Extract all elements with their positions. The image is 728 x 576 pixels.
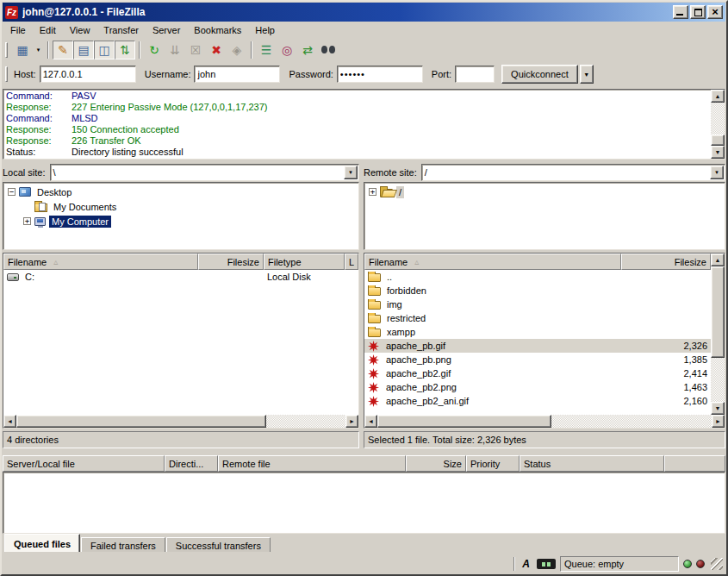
menu-item-server[interactable]: Server — [146, 23, 187, 37]
scroll-thumb[interactable] — [16, 415, 266, 428]
tab-successful-transfers[interactable]: Successful transfers — [166, 537, 271, 552]
scroll-track[interactable] — [711, 103, 725, 146]
column-header-l[interactable]: L — [345, 254, 358, 270]
tree-item-my-documents[interactable]: My Documents — [3, 199, 358, 214]
scroll-down-icon[interactable]: ▼ — [711, 146, 725, 159]
remote-horizontal-scrollbar[interactable]: ◄ ► — [364, 415, 725, 428]
column-header-filetype[interactable]: Filetype — [264, 254, 345, 270]
quickconnect-button[interactable]: Quickconnect — [501, 65, 578, 84]
scroll-up-icon[interactable]: ▲ — [711, 254, 725, 266]
scroll-track[interactable] — [377, 415, 712, 428]
log-scrollbar[interactable]: ▲ ▼ — [711, 90, 725, 159]
scroll-right-icon[interactable]: ► — [345, 415, 358, 428]
tab-queued-files[interactable]: Queued files — [4, 534, 80, 552]
local-directory-tree[interactable]: −DesktopMy Documents+My Computer — [3, 182, 359, 250]
menu-item-edit[interactable]: Edit — [33, 23, 63, 37]
scroll-left-icon[interactable]: ◄ — [3, 415, 16, 428]
data-type-icon[interactable]: A — [520, 558, 532, 570]
remote-tree-toggle-button[interactable]: ◫ — [94, 41, 115, 59]
password-input[interactable] — [337, 66, 423, 83]
refresh-button[interactable]: ↻ — [144, 41, 165, 59]
queue-column-priority[interactable]: Priority — [466, 455, 520, 472]
app-icon[interactable]: Fz — [5, 6, 18, 19]
queue-toggle-button[interactable]: ⇅ — [115, 41, 135, 59]
file-row-forbidden[interactable]: forbidden — [364, 284, 711, 297]
local-site-combobox[interactable]: \ ▼ — [50, 164, 359, 181]
remote-site-combobox[interactable]: / ▼ — [421, 164, 725, 181]
file-row-apache-pb-png[interactable]: apache_pb.png1,385 — [364, 353, 711, 366]
remote-site-dropdown-icon[interactable]: ▼ — [710, 166, 724, 179]
toolbar-grip[interactable] — [5, 42, 8, 58]
tree-item-extra[interactable]: +/ — [364, 185, 725, 199]
column-header-filename[interactable]: Filename▵ — [364, 254, 621, 270]
column-header-filesize[interactable]: Filesize — [198, 254, 264, 270]
scroll-left-icon[interactable]: ◄ — [364, 415, 377, 428]
file-row-apache-pb2-ani-gif[interactable]: apache_pb2_ani.gif2,160 — [364, 394, 711, 408]
local-horizontal-scrollbar[interactable]: ◄ ► — [3, 415, 358, 428]
local-site-dropdown-icon[interactable]: ▼ — [344, 166, 358, 179]
remote-vertical-scrollbar[interactable]: ▲ ▼ — [711, 254, 725, 415]
host-input[interactable] — [40, 66, 136, 83]
tree-expander-icon[interactable]: − — [8, 188, 16, 196]
remote-list-body[interactable]: ..forbiddenimgrestrictedxamppapache_pb.g… — [364, 270, 711, 415]
tree-item-desktop[interactable]: −Desktop — [3, 185, 358, 199]
scroll-thumb[interactable] — [377, 415, 551, 428]
file-row-img[interactable]: img — [364, 297, 711, 311]
maximize-button[interactable] — [690, 5, 706, 19]
disconnect-button[interactable]: ✖ — [206, 41, 227, 59]
remote-directory-tree[interactable]: +/ — [364, 182, 725, 250]
file-row-restricted[interactable]: restricted — [364, 311, 711, 325]
column-header-filename[interactable]: Filename▵ — [3, 254, 198, 270]
queue-column-server-local-file[interactable]: Server/Local file — [3, 455, 165, 472]
process-queue-button[interactable]: ⇊ — [165, 41, 185, 59]
cancel-button[interactable]: ☒ — [185, 41, 206, 59]
search-button[interactable] — [318, 41, 339, 59]
queue-column-remote-file[interactable]: Remote file — [218, 455, 406, 472]
scroll-track[interactable] — [711, 266, 725, 402]
scroll-right-icon[interactable]: ► — [712, 415, 725, 428]
local-list-body[interactable]: C:Local Disk — [3, 270, 358, 415]
site-manager-button[interactable]: ▦ — [12, 41, 33, 59]
scroll-down-icon[interactable]: ▼ — [711, 402, 725, 415]
tree-expander-icon[interactable]: + — [369, 188, 376, 196]
compare-button[interactable]: ◎ — [277, 41, 297, 59]
menu-item-transfer[interactable]: Transfer — [96, 23, 146, 37]
username-input[interactable] — [194, 66, 280, 83]
queue-column-extra[interactable] — [664, 455, 725, 472]
local-tree-toggle-button[interactable]: ▤ — [73, 41, 94, 59]
column-header-filesize[interactable]: Filesize — [621, 254, 711, 270]
reconnect-button[interactable]: ◈ — [227, 41, 247, 59]
port-input[interactable] — [455, 66, 495, 83]
queue-column-size[interactable]: Size — [406, 455, 466, 472]
site-manager-dropdown-icon[interactable]: ▾ — [33, 41, 44, 59]
menu-item-help[interactable]: Help — [248, 23, 282, 37]
file-row-c[interactable]: C:Local Disk — [3, 270, 358, 284]
file-row-xampp[interactable]: xampp — [364, 325, 711, 339]
sync-browsing-button[interactable]: ⇄ — [297, 41, 318, 59]
scroll-up-icon[interactable]: ▲ — [711, 90, 725, 103]
file-row-apache-pb2-gif[interactable]: apache_pb2.gif2,414 — [364, 366, 711, 380]
tree-item-my-computer[interactable]: +My Computer — [3, 214, 358, 229]
quickconnect-grip[interactable] — [5, 66, 8, 82]
file-row-apache-pb-gif[interactable]: apache_pb.gif2,326 — [364, 339, 711, 353]
close-button[interactable]: × — [707, 5, 723, 19]
menu-item-view[interactable]: View — [63, 23, 97, 37]
log-toggle-button[interactable]: ✎ — [53, 41, 73, 59]
scroll-thumb[interactable] — [711, 266, 725, 358]
queue-body[interactable] — [3, 472, 725, 534]
minimize-button[interactable] — [673, 5, 688, 19]
file-row-apache-pb2-png[interactable]: apache_pb2.png1,463 — [364, 380, 711, 394]
file-row-extra[interactable]: .. — [364, 270, 711, 284]
menu-item-bookmarks[interactable]: Bookmarks — [187, 23, 248, 37]
filter-button[interactable]: ☰ — [256, 41, 277, 59]
tree-expander-icon[interactable]: + — [23, 217, 31, 225]
tab-failed-transfers[interactable]: Failed transfers — [81, 537, 165, 552]
scroll-thumb[interactable] — [711, 135, 725, 146]
resize-grip[interactable] — [711, 558, 723, 570]
speed-limit-icon[interactable] — [537, 559, 556, 569]
menu-item-file[interactable]: File — [3, 23, 33, 37]
queue-column-directi[interactable]: Directi... — [165, 455, 218, 472]
quickconnect-dropdown[interactable]: ▼ — [580, 65, 594, 84]
scroll-track[interactable] — [16, 415, 345, 428]
queue-column-status[interactable]: Status — [520, 455, 664, 472]
